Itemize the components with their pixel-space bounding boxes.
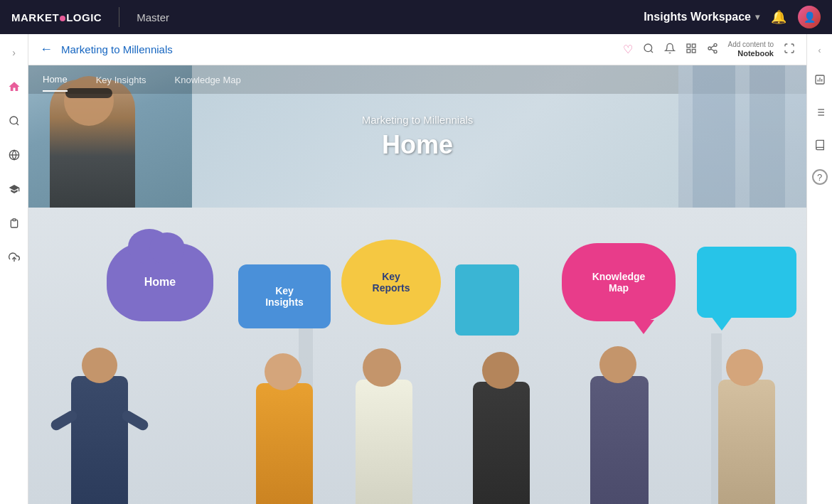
sidebar-item-globe[interactable]	[4, 145, 24, 165]
nav-bell-icon[interactable]: 🔔	[771, 9, 786, 25]
notebook-add-label: Add content to	[728, 41, 774, 49]
scene-wrapper: Home KeyInsights KeyReports KnowledgeMap	[28, 208, 806, 504]
notebook-button[interactable]: Add content to Notebook	[728, 41, 774, 58]
sidebar-item-home[interactable]	[4, 77, 24, 97]
hero-title: Home	[362, 130, 474, 160]
master-label: Master	[137, 11, 169, 23]
svg-rect-9	[692, 44, 695, 48]
logo-divider	[119, 7, 119, 27]
bubble-key-reports-label: KeyReports	[373, 271, 410, 294]
svg-line-1	[16, 123, 18, 125]
hero-banner: Home Key Insights Knowledge Map Marketin…	[28, 65, 806, 208]
right-sidebar-collapse[interactable]: ‹	[818, 45, 821, 55]
sidebar-item-graduation[interactable]	[4, 179, 24, 199]
hero-content: Marketing to Millennials Home	[362, 114, 474, 160]
right-sidebar-chart-icon[interactable]	[811, 71, 828, 88]
avatar-icon: 👤	[804, 11, 816, 23]
workspace-caret: ▾	[755, 12, 759, 22]
notebook-label: Notebook	[737, 49, 774, 58]
bubble-key-insights[interactable]: KeyInsights	[238, 264, 331, 328]
hero-building-image	[678, 65, 806, 208]
bubble-cyan	[697, 247, 796, 318]
hero-subtitle: Marketing to Millennials	[362, 114, 474, 126]
svg-line-15	[710, 49, 714, 51]
bubble-home[interactable]: Home	[107, 243, 213, 321]
top-navigation: MARKETLOGIC Master Insights Workspace ▾ …	[0, 0, 832, 34]
alert-icon[interactable]	[664, 43, 676, 57]
sidebar-item-clipboard[interactable]	[4, 213, 24, 233]
bubble-home-label: Home	[144, 276, 176, 289]
breadcrumb-actions: ♡ Add content to Notebook	[623, 41, 796, 58]
bubble-knowledge-map[interactable]: KnowledgeMap	[562, 243, 676, 321]
bubble-blue-rect	[455, 264, 519, 336]
svg-line-7	[651, 50, 653, 53]
share-icon[interactable]	[707, 43, 718, 57]
bubble-key-insights-label: KeyInsights	[265, 285, 304, 308]
person-6	[697, 344, 796, 504]
breadcrumb-bar: ← Marketing to Millennials ♡ Add content…	[28, 34, 806, 65]
svg-rect-8	[687, 44, 690, 48]
lower-section: Home KeyInsights KeyReports KnowledgeMap	[28, 208, 806, 504]
left-sidebar: ›	[0, 34, 28, 504]
right-sidebar-list-icon[interactable]	[811, 104, 828, 121]
avatar[interactable]: 👤	[798, 6, 821, 28]
nav-right: Insights Workspace ▾ 🔔 👤	[644, 6, 821, 28]
right-sidebar-book-icon[interactable]	[811, 136, 828, 154]
svg-rect-11	[687, 49, 690, 53]
breadcrumb-title: Marketing to Millennials	[61, 43, 614, 55]
tab-home[interactable]: Home	[43, 68, 68, 92]
bubble-knowledge-map-label: KnowledgeMap	[592, 271, 646, 294]
right-sidebar-help-icon[interactable]: ?	[812, 169, 828, 185]
grid-icon[interactable]	[686, 43, 697, 57]
bubble-key-reports[interactable]: KeyReports	[341, 240, 441, 325]
main-layout: › ← Marketing to Millennials ♡	[0, 34, 832, 504]
tab-knowledge-map[interactable]: Knowledge Map	[175, 69, 241, 91]
person-4	[455, 348, 548, 504]
svg-line-16	[710, 45, 714, 48]
svg-point-0	[10, 117, 18, 124]
sidebar-expand-icon[interactable]: ›	[4, 43, 24, 63]
person-5	[569, 341, 668, 504]
logo-text: MARKETLOGIC	[11, 11, 102, 23]
right-sidebar: ‹ ?	[806, 34, 832, 504]
logo-area: MARKETLOGIC Master	[11, 7, 169, 27]
svg-point-14	[714, 50, 717, 53]
favorite-icon[interactable]: ♡	[623, 43, 633, 56]
tab-key-insights[interactable]: Key Insights	[96, 69, 146, 91]
back-button[interactable]: ←	[40, 42, 53, 57]
person-3	[334, 344, 434, 504]
svg-rect-4	[13, 219, 16, 221]
svg-rect-10	[692, 49, 695, 53]
fullscreen-icon[interactable]	[784, 43, 795, 57]
svg-point-12	[714, 43, 717, 46]
svg-point-6	[644, 44, 652, 52]
sidebar-item-search[interactable]	[4, 111, 24, 131]
person-1	[50, 341, 149, 504]
sidebar-item-upload[interactable]	[4, 247, 24, 267]
svg-point-13	[708, 47, 711, 50]
content-area: ← Marketing to Millennials ♡ Add content…	[28, 34, 806, 504]
workspace-label: Insights Workspace	[644, 11, 751, 23]
person-2	[235, 348, 334, 504]
workspace-button[interactable]: Insights Workspace ▾	[644, 11, 759, 23]
search-icon[interactable]	[643, 43, 654, 57]
